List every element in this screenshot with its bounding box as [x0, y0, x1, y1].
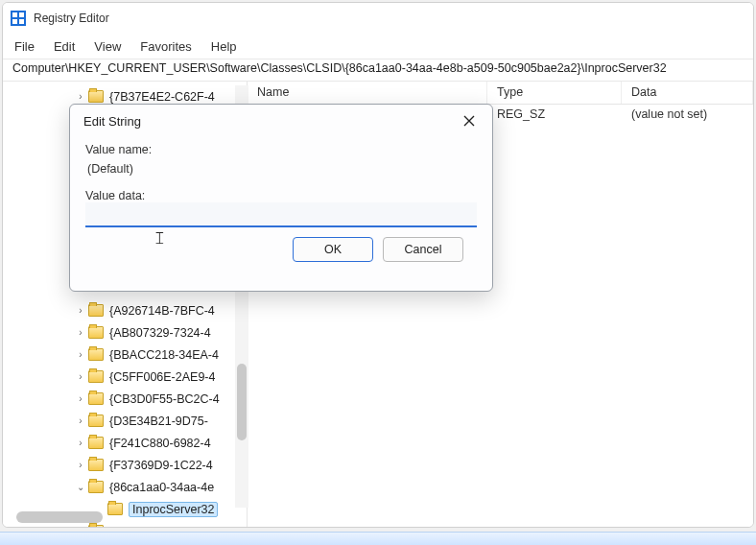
- folder-icon: [88, 459, 104, 471]
- tree-item-label: InprocServer32: [129, 502, 218, 517]
- window-title: Registry Editor: [34, 12, 109, 25]
- value-data-label: Value data:: [85, 189, 477, 202]
- dialog-buttons: OK Cancel: [85, 227, 477, 262]
- folder-icon: [88, 304, 104, 317]
- folder-icon: [88, 525, 104, 527]
- svg-rect-1: [12, 12, 17, 17]
- tree-item-label: {A926714B-7BFC-4: [109, 304, 215, 318]
- menu-help[interactable]: Help: [211, 39, 237, 54]
- close-icon: [463, 115, 475, 127]
- tree-item[interactable]: ›{F37369D9-1C22-4: [3, 454, 247, 476]
- tree-item[interactable]: ›{F241C880-6982-4: [3, 432, 247, 454]
- tree-item-label: {86ca1aa0-34aa-4e: [109, 481, 214, 494]
- tree-item-label: {7B37E4E2-C62F-4: [109, 90, 215, 104]
- titlebar: Registry Editor: [3, 3, 753, 34]
- folder-icon: [88, 392, 104, 405]
- tree-item[interactable]: ⌄{86ca1aa0-34aa-4e: [3, 476, 247, 498]
- chevron-right-icon[interactable]: ›: [75, 415, 86, 427]
- svg-rect-4: [19, 19, 24, 24]
- dialog-titlebar: Edit String: [70, 105, 492, 137]
- tree-item[interactable]: ›{BBACC218-34EA-4: [3, 344, 247, 366]
- values-header: Name Type Data: [248, 82, 753, 105]
- value-data-input[interactable]: [85, 202, 477, 227]
- folder-icon: [107, 503, 123, 515]
- address-bar[interactable]: Computer\HKEY_CURRENT_USER\Software\Clas…: [3, 59, 753, 82]
- folder-icon: [88, 348, 104, 361]
- menu-file[interactable]: File: [14, 39, 35, 54]
- chevron-right-icon[interactable]: ›: [75, 393, 86, 405]
- tree-item[interactable]: ›{D3E34B21-9D75-: [3, 410, 247, 432]
- tree-item-label: {BBACC218-34EA-4: [109, 348, 219, 362]
- regedit-app-icon: [11, 11, 26, 26]
- value-name-readonly: (Default): [85, 156, 477, 185]
- tree-item[interactable]: ›{CB3D0F55-BC2C-4: [3, 388, 247, 410]
- chevron-right-icon[interactable]: ›: [75, 327, 86, 339]
- tree-item-label: {C5FF006E-2AE9-4: [109, 370, 215, 384]
- chevron-right-icon[interactable]: ›: [75, 438, 86, 449]
- folder-icon: [88, 415, 104, 427]
- tree-item-label: {AB807329-7324-4: [109, 326, 211, 340]
- tree-item-label: {D3E34B21-9D75-: [109, 415, 208, 428]
- tree-horizontal-scrollbar[interactable]: [16, 511, 103, 523]
- tree-item-label: com.clipchamp.app: [109, 525, 213, 528]
- tree-vertical-scrollbar-thumb[interactable]: [237, 364, 247, 440]
- dialog-title: Edit String: [83, 114, 141, 129]
- value-name-label: Value name:: [85, 143, 477, 156]
- menubar: File Edit View Favorites Help: [3, 34, 753, 59]
- svg-rect-2: [19, 12, 24, 17]
- folder-icon: [88, 437, 104, 449]
- svg-rect-3: [12, 19, 17, 24]
- folder-icon: [88, 370, 104, 383]
- chevron-right-icon[interactable]: ›: [75, 460, 86, 471]
- tree-item[interactable]: ›{A926714B-7BFC-4: [3, 299, 247, 321]
- ok-button[interactable]: OK: [293, 237, 373, 262]
- chevron-right-icon[interactable]: ›: [75, 305, 86, 317]
- value-type-cell: REG_SZ: [487, 105, 622, 126]
- value-data-cell: (value not set): [622, 105, 753, 126]
- tree-item-label: {CB3D0F55-BC2C-4: [109, 392, 220, 406]
- tree-item[interactable]: ›{AB807329-7324-4: [3, 321, 247, 344]
- edit-string-dialog: Edit String Value name: (Default) Value …: [69, 104, 493, 292]
- chevron-down-icon[interactable]: ⌄: [75, 482, 86, 493]
- tree-item-label: {F37369D9-1C22-4: [109, 459, 213, 472]
- cancel-button[interactable]: Cancel: [383, 237, 463, 262]
- dialog-body: Value name: (Default) Value data: OK Can…: [70, 137, 492, 273]
- tree-item[interactable]: ›{C5FF006E-2AE9-4: [3, 366, 247, 388]
- header-name[interactable]: Name: [248, 82, 487, 104]
- dialog-close-button[interactable]: [456, 107, 483, 134]
- taskbar[interactable]: [0, 532, 756, 545]
- chevron-right-icon[interactable]: ›: [75, 349, 86, 361]
- blank-icon: [75, 526, 86, 528]
- menu-favorites[interactable]: Favorites: [140, 39, 191, 54]
- tree-item-label: {F241C880-6982-4: [109, 437, 211, 450]
- menu-edit[interactable]: Edit: [54, 39, 75, 54]
- menu-view[interactable]: View: [94, 39, 121, 54]
- header-data[interactable]: Data: [622, 82, 753, 104]
- folder-icon: [88, 90, 104, 103]
- folder-icon: [88, 326, 104, 339]
- header-type[interactable]: Type: [487, 82, 622, 104]
- chevron-right-icon[interactable]: ›: [75, 91, 86, 103]
- chevron-right-icon[interactable]: ›: [75, 371, 86, 383]
- folder-icon: [88, 481, 104, 493]
